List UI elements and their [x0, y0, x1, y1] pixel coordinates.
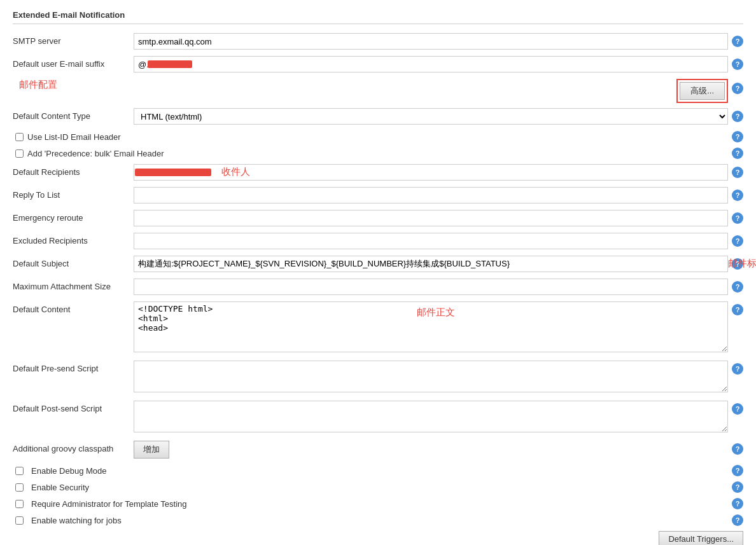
postsend-script-row: Default Post-send Script ?: [13, 401, 743, 434]
enable-debug-checkbox[interactable]: [15, 467, 24, 475]
default-content-row: Default Content <!DOCTYPE html> <html> <…: [13, 301, 743, 354]
presend-script-field: [134, 361, 728, 394]
reply-to-list-label: Reply To List: [13, 187, 134, 200]
content-type-select[interactable]: HTML (text/html): [134, 108, 728, 125]
default-content-textarea[interactable]: <!DOCTYPE html> <html> <head>: [134, 301, 728, 352]
excluded-recipients-label: Excluded Recipients: [13, 233, 134, 245]
emergency-reroute-row: Emergency reroute ?: [13, 210, 743, 226]
email-suffix-redact: [148, 60, 192, 68]
emergency-reroute-field: [134, 210, 728, 226]
use-list-id-checkbox[interactable]: [15, 133, 24, 141]
use-list-id-label: Use List-ID Email Header: [27, 132, 121, 142]
emergency-reroute-input[interactable]: [134, 210, 728, 226]
recipients-redact: [135, 169, 211, 176]
checkboxes-section: Enable Debug Mode ? Enable Security ? Re…: [13, 465, 743, 526]
postsend-script-textarea[interactable]: [134, 401, 728, 432]
smtp-server-input[interactable]: [134, 33, 728, 50]
default-subject-field: 邮件标题: [134, 256, 728, 272]
enable-security-label: Enable Security: [31, 483, 89, 492]
reply-to-list-help-icon[interactable]: ?: [732, 190, 743, 201]
max-attachment-size-help-icon[interactable]: ?: [732, 281, 743, 293]
add-precedence-help-icon[interactable]: ?: [732, 148, 743, 159]
triggers-row: Default Triggers...: [13, 531, 743, 545]
default-content-label: Default Content: [13, 301, 134, 314]
emergency-reroute-help-icon[interactable]: ?: [732, 212, 743, 224]
enable-debug-row: Enable Debug Mode ?: [13, 465, 743, 476]
content-type-row: Default Content Type HTML (text/html) ?: [13, 108, 743, 125]
excluded-recipients-row: Excluded Recipients ?: [13, 233, 743, 249]
max-attachment-size-row: Maximum Attachment Size ?: [13, 279, 743, 295]
use-list-id-row: Use List-ID Email Header ?: [13, 131, 743, 142]
enable-security-checkbox[interactable]: [15, 483, 24, 492]
enable-watching-row: Enable watching for jobs ?: [13, 514, 743, 526]
reply-to-list-input[interactable]: [134, 187, 728, 204]
require-admin-help-icon[interactable]: ?: [732, 498, 743, 509]
add-groovy-button[interactable]: 增加: [134, 441, 169, 459]
enable-watching-checkbox[interactable]: [15, 516, 24, 525]
enable-security-help-icon[interactable]: ?: [732, 481, 743, 493]
enable-security-row: Enable Security ?: [13, 481, 743, 493]
max-attachment-size-field: [134, 279, 728, 295]
smtp-server-label: SMTP server: [13, 33, 134, 46]
groovy-classpath-field: 增加: [134, 441, 728, 459]
reply-to-list-field: [134, 187, 728, 204]
require-admin-row: Require Administrator for Template Testi…: [13, 498, 743, 509]
content-type-help-icon[interactable]: ?: [732, 111, 743, 122]
advanced-button[interactable]: 高级...: [680, 82, 725, 100]
presend-script-row: Default Pre-send Script ?: [13, 361, 743, 394]
email-suffix-input[interactable]: [134, 56, 728, 72]
require-admin-checkbox[interactable]: [15, 500, 24, 508]
email-suffix-row: Default user E-mail suffix ?: [13, 56, 743, 72]
groovy-classpath-row: Additional groovy classpath 增加 ?: [13, 441, 743, 459]
default-recipients-row: Default Recipients 收件人 ?: [13, 164, 743, 181]
max-attachment-size-input[interactable]: [134, 279, 728, 295]
default-recipients-field: 收件人: [134, 164, 728, 181]
default-triggers-button[interactable]: Default Triggers...: [659, 531, 743, 545]
add-precedence-row: Add 'Precedence: bulk' Email Header ?: [13, 148, 743, 159]
enable-watching-label: Enable watching for jobs: [31, 516, 122, 525]
annotation-recipients: 收件人: [221, 166, 250, 178]
excluded-recipients-field: [134, 233, 728, 249]
presend-script-help-icon[interactable]: ?: [732, 363, 743, 375]
enable-debug-help-icon[interactable]: ?: [732, 465, 743, 476]
content-type-label: Default Content Type: [13, 108, 134, 121]
postsend-script-help-icon[interactable]: ?: [732, 403, 743, 415]
enable-watching-help-icon[interactable]: ?: [732, 514, 743, 526]
presend-script-textarea[interactable]: [134, 361, 728, 392]
excluded-recipients-help-icon[interactable]: ?: [732, 235, 743, 247]
annotation-mail-config: 邮件配置: [19, 79, 57, 103]
email-suffix-label: Default user E-mail suffix: [13, 56, 134, 69]
groovy-classpath-label: Additional groovy classpath: [13, 441, 134, 453]
default-recipients-label: Default Recipients: [13, 164, 134, 177]
email-suffix-field: [134, 56, 728, 72]
presend-script-label: Default Pre-send Script: [13, 361, 134, 373]
email-suffix-help-icon[interactable]: ?: [732, 59, 743, 70]
advanced-btn-wrapper: 高级...: [676, 79, 728, 103]
excluded-recipients-input[interactable]: [134, 233, 728, 249]
enable-debug-label: Enable Debug Mode: [31, 466, 107, 476]
add-precedence-label: Add 'Precedence: bulk' Email Header: [27, 149, 164, 158]
default-content-help-icon[interactable]: ?: [732, 304, 743, 315]
advanced-help-icon[interactable]: ?: [732, 83, 743, 94]
smtp-server-help-icon[interactable]: ?: [732, 36, 743, 47]
default-subject-label: Default Subject: [13, 256, 134, 268]
default-subject-input[interactable]: [134, 256, 728, 272]
postsend-script-label: Default Post-send Script: [13, 401, 134, 413]
section-title: Extended E-mail Notification: [13, 10, 743, 24]
content-type-field: HTML (text/html): [134, 108, 728, 125]
groovy-classpath-help-icon[interactable]: ?: [732, 443, 743, 455]
smtp-server-field: [134, 33, 728, 50]
smtp-server-row: SMTP server ?: [13, 33, 743, 50]
annotation-subject: 邮件标题: [728, 258, 756, 270]
use-list-id-help-icon[interactable]: ?: [732, 131, 743, 142]
add-precedence-checkbox[interactable]: [15, 149, 24, 158]
default-subject-row: Default Subject 邮件标题 ?: [13, 256, 743, 272]
require-admin-label: Require Administrator for Template Testi…: [31, 499, 186, 509]
postsend-script-field: [134, 401, 728, 434]
max-attachment-size-label: Maximum Attachment Size: [13, 279, 134, 291]
emergency-reroute-label: Emergency reroute: [13, 210, 134, 223]
page-container: Extended E-mail Notification SMTP server…: [0, 0, 756, 545]
reply-to-list-row: Reply To List ?: [13, 187, 743, 204]
default-recipients-help-icon[interactable]: ?: [732, 167, 743, 178]
default-content-field: <!DOCTYPE html> <html> <head> 邮件正文: [134, 301, 728, 354]
